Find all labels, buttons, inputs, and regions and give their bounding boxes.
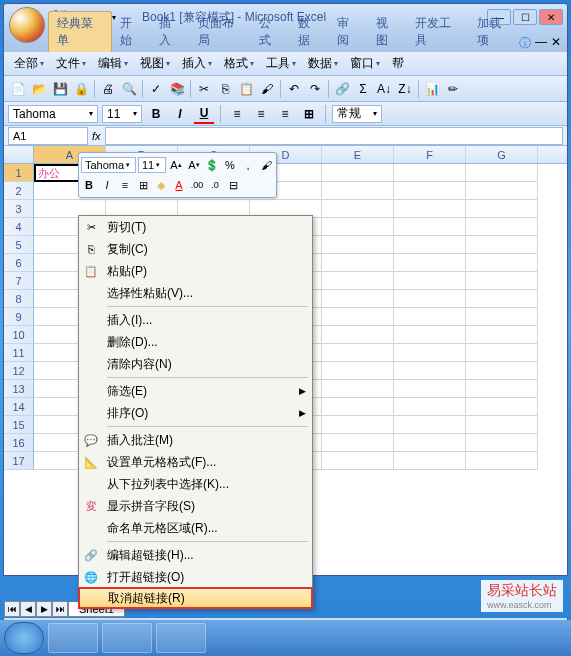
doc-close-button[interactable]: ✕ — [551, 35, 561, 52]
cell[interactable] — [466, 416, 538, 434]
sheet-nav-next[interactable]: ▶ — [36, 601, 52, 617]
taskbar-item[interactable] — [48, 623, 98, 653]
mini-bold-button[interactable]: B — [81, 177, 97, 193]
tab-addins[interactable]: 加载项 — [469, 12, 519, 52]
col-header-e[interactable]: E — [322, 146, 394, 163]
close-button[interactable]: ✕ — [539, 9, 563, 25]
cell[interactable] — [322, 308, 394, 326]
tab-insert[interactable]: 插入 — [151, 12, 190, 52]
row-header[interactable]: 17 — [4, 452, 34, 470]
cm-insert-comment[interactable]: 💬插入批注(M) — [79, 429, 312, 451]
cm-show-phonetic[interactable]: 変显示拼音字段(S) — [79, 495, 312, 517]
save-icon[interactable]: 💾 — [50, 79, 70, 99]
help-icon[interactable]: ⓘ — [519, 35, 531, 52]
cell[interactable] — [466, 326, 538, 344]
font-size-select[interactable]: 11▾ — [102, 105, 142, 123]
menu-tools[interactable]: 工具▾ — [260, 53, 302, 74]
preview-icon[interactable]: 🔍 — [119, 79, 139, 99]
research-icon[interactable]: 📚 — [167, 79, 187, 99]
mini-font-name[interactable]: Tahoma▾ — [81, 157, 136, 173]
cell[interactable] — [322, 434, 394, 452]
cell[interactable] — [466, 344, 538, 362]
cm-delete[interactable]: 删除(D)... — [79, 331, 312, 353]
cell[interactable] — [394, 182, 466, 200]
row-header[interactable]: 10 — [4, 326, 34, 344]
cell[interactable] — [466, 200, 538, 218]
mini-font-size[interactable]: 11▾ — [138, 157, 166, 173]
mini-align-button[interactable]: ≡ — [117, 177, 133, 193]
paste-icon[interactable]: 📋 — [236, 79, 256, 99]
mini-merge-icon[interactable]: ⊟ — [225, 177, 241, 193]
format-painter-icon[interactable]: 🖌 — [257, 79, 277, 99]
menu-window[interactable]: 窗口▾ — [344, 53, 386, 74]
mini-decrease-decimal-icon[interactable]: .00 — [189, 177, 205, 193]
redo-icon[interactable]: ↷ — [305, 79, 325, 99]
sort-asc-icon[interactable]: A↓ — [374, 79, 394, 99]
name-box[interactable]: A1 — [8, 127, 88, 145]
menu-data[interactable]: 数据▾ — [302, 53, 344, 74]
mini-increase-decimal-icon[interactable]: .0 — [207, 177, 223, 193]
permission-icon[interactable]: 🔒 — [71, 79, 91, 99]
cell[interactable] — [394, 362, 466, 380]
mini-percent-icon[interactable]: % — [222, 157, 238, 173]
cell[interactable] — [322, 164, 394, 182]
cell[interactable] — [394, 416, 466, 434]
cm-clear[interactable]: 清除内容(N) — [79, 353, 312, 375]
mini-shrink-font-icon[interactable]: A▾ — [186, 157, 202, 173]
copy-icon[interactable]: ⎘ — [215, 79, 235, 99]
cell[interactable] — [466, 362, 538, 380]
align-left-button[interactable]: ≡ — [227, 104, 247, 124]
doc-minimize-button[interactable]: — — [535, 35, 547, 52]
cm-pick-from-dropdown[interactable]: 从下拉列表中选择(K)... — [79, 473, 312, 495]
cell[interactable] — [322, 200, 394, 218]
cell[interactable] — [394, 380, 466, 398]
tab-page-layout[interactable]: 页面布局 — [190, 12, 252, 52]
tab-review[interactable]: 审阅 — [329, 12, 368, 52]
cell[interactable] — [322, 290, 394, 308]
sheet-nav-last[interactable]: ⏭ — [52, 601, 68, 617]
cell[interactable] — [322, 380, 394, 398]
cell[interactable] — [466, 380, 538, 398]
underline-button[interactable]: U — [194, 104, 214, 124]
tab-data[interactable]: 数据 — [290, 12, 329, 52]
cm-paste[interactable]: 📋粘贴(P) — [79, 260, 312, 282]
mini-currency-icon[interactable]: 💲 — [204, 157, 220, 173]
office-button[interactable] — [9, 7, 45, 43]
hyperlink-icon[interactable]: 🔗 — [332, 79, 352, 99]
tab-classic-menu[interactable]: 经典菜单 — [48, 11, 112, 52]
cell[interactable] — [466, 164, 538, 182]
row-header[interactable]: 6 — [4, 254, 34, 272]
sheet-nav-prev[interactable]: ◀ — [20, 601, 36, 617]
drawing-icon[interactable]: ✏ — [443, 79, 463, 99]
cell[interactable] — [394, 452, 466, 470]
col-header-g[interactable]: G — [466, 146, 538, 163]
cell[interactable] — [394, 164, 466, 182]
cm-filter[interactable]: 筛选(E)▶ — [79, 380, 312, 402]
cell[interactable] — [322, 362, 394, 380]
cell[interactable] — [322, 272, 394, 290]
cell[interactable] — [394, 254, 466, 272]
spelling-icon[interactable]: ✓ — [146, 79, 166, 99]
taskbar-item[interactable] — [102, 623, 152, 653]
mini-italic-button[interactable]: I — [99, 177, 115, 193]
menu-all[interactable]: 全部▾ — [8, 53, 50, 74]
formula-bar[interactable] — [105, 127, 563, 145]
cell[interactable] — [394, 326, 466, 344]
row-header[interactable]: 3 — [4, 200, 34, 218]
bold-button[interactable]: B — [146, 104, 166, 124]
cell[interactable] — [466, 434, 538, 452]
sort-desc-icon[interactable]: Z↓ — [395, 79, 415, 99]
cell[interactable] — [322, 182, 394, 200]
taskbar-item[interactable] — [156, 623, 206, 653]
cell[interactable] — [322, 218, 394, 236]
cell[interactable] — [322, 254, 394, 272]
cell[interactable] — [394, 200, 466, 218]
row-header[interactable]: 12 — [4, 362, 34, 380]
cell[interactable] — [394, 344, 466, 362]
cell[interactable] — [466, 254, 538, 272]
menu-format[interactable]: 格式▾ — [218, 53, 260, 74]
tab-formulas[interactable]: 公式 — [251, 12, 290, 52]
number-format-select[interactable]: 常规▾ — [332, 105, 382, 123]
mini-grow-font-icon[interactable]: A▴ — [168, 157, 184, 173]
cell[interactable] — [322, 416, 394, 434]
